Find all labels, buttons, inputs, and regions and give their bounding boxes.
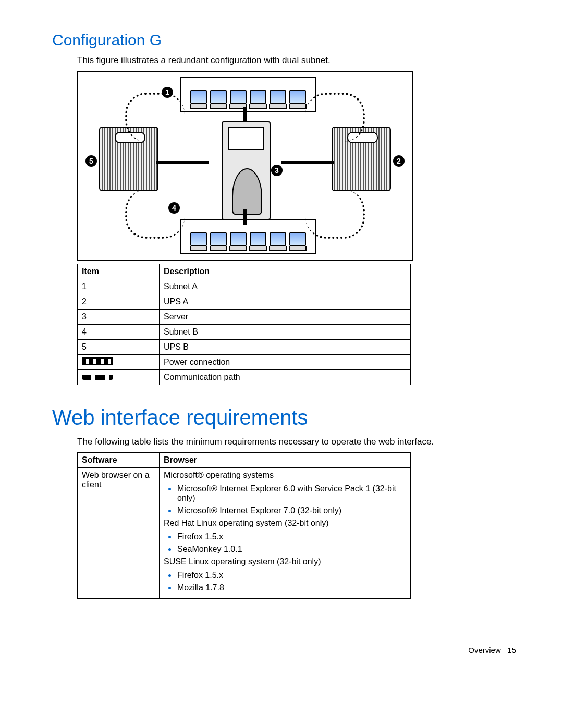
communication-path-icon (82, 375, 113, 380)
table-row: 1Subnet A (78, 279, 411, 294)
subnet-b (180, 219, 316, 254)
web-interface-intro: The following table lists the minimum re… (77, 437, 521, 447)
power-connection-icon (82, 357, 113, 365)
legend-header-desc: Description (160, 264, 411, 279)
callout-2: 2 (393, 155, 405, 167)
os-heading-suse: SUSE Linux operating system (32-bit only… (164, 557, 406, 566)
os-heading-microsoft: Microsoft® operating systems (164, 471, 406, 480)
req-browser-cell: Microsoft® operating systems Microsoft® … (160, 468, 411, 599)
cable-icon (305, 190, 365, 239)
footer-section: Overview (468, 646, 501, 655)
section-heading-web-interface: Web interface requirements (52, 406, 521, 429)
requirements-table: Software Browser Web browser on a client… (77, 452, 411, 599)
table-row: Web browser on a client Microsoft® opera… (78, 468, 411, 599)
config-g-figure: 1 2 3 4 5 (77, 71, 413, 261)
comm-cable-icon (243, 107, 247, 122)
list-item: SeaMonkey 1.0.1 (177, 544, 406, 554)
legend-header-item: Item (78, 264, 160, 279)
cable-icon (125, 93, 185, 142)
table-row: Power connection (78, 355, 411, 370)
comm-cable-icon (156, 161, 209, 164)
table-row: Communication path (78, 370, 411, 385)
table-row: 5UPS B (78, 340, 411, 355)
os-heading-redhat: Red Hat Linux operating system (32-bit o… (164, 519, 406, 528)
table-row: 3Server (78, 310, 411, 325)
req-header-browser: Browser (160, 453, 411, 468)
callout-3: 3 (271, 165, 283, 176)
footer-page-number: 15 (507, 646, 516, 655)
legend-table: Item Description 1Subnet A 2UPS A 3Serve… (77, 264, 411, 385)
server (222, 121, 271, 220)
page-footer: Overview 15 (52, 646, 521, 655)
cable-icon (125, 190, 185, 239)
list-item: Microsoft® Internet Explorer 7.0 (32-bit… (177, 505, 406, 515)
list-item: Microsoft® Internet Explorer 6.0 with Se… (177, 483, 406, 503)
list-item: Firefox 1.5.x (177, 531, 406, 541)
section-heading-config-g: Configuration G (52, 31, 521, 49)
list-item: Firefox 1.5.x (177, 570, 406, 580)
config-g-intro: This figure illustrates a redundant conf… (77, 55, 521, 66)
comm-cable-icon (282, 161, 334, 164)
req-software-cell: Web browser on a client (78, 468, 160, 599)
callout-1: 1 (162, 87, 173, 98)
req-header-software: Software (78, 453, 160, 468)
table-row: 4Subnet B (78, 325, 411, 340)
cable-icon (305, 93, 365, 142)
table-row: 2UPS A (78, 294, 411, 310)
callout-5: 5 (85, 155, 97, 167)
list-item: Mozilla 1.7.8 (177, 582, 406, 593)
subnet-a (180, 77, 316, 112)
comm-cable-icon (243, 209, 247, 225)
callout-4: 4 (168, 202, 180, 214)
